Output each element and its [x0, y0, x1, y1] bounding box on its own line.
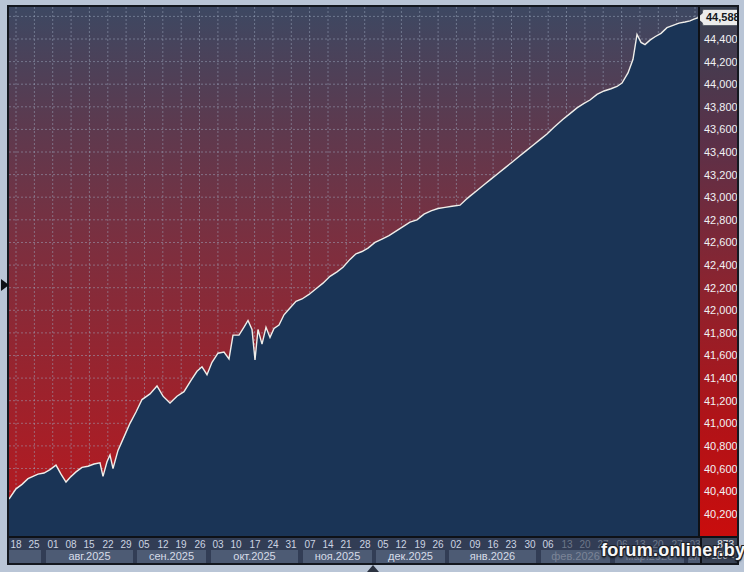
- price-axis-label: 40,8000: [704, 440, 737, 452]
- time-axis-tick-label: 10: [226, 539, 246, 550]
- price-axis[interactable]: 44,5887 44,400044,200044,000043,800043,6…: [700, 7, 737, 536]
- price-axis-label: 43,8000: [704, 101, 737, 113]
- time-axis-tick-label: 16: [483, 539, 503, 550]
- time-axis-tick-label: 30: [520, 539, 540, 550]
- time-axis-tick-label: 22: [98, 539, 118, 550]
- scroll-position-marker-icon: [367, 565, 379, 572]
- time-axis-tick-label: 31: [281, 539, 301, 550]
- price-axis-label: 40,6000: [704, 463, 737, 475]
- price-axis-label: 41,8000: [704, 327, 737, 339]
- terminal-screen: 44,5887 44,400044,200044,000043,800043,6…: [0, 0, 744, 572]
- time-axis-tick-label: 07: [300, 539, 320, 550]
- time-axis-tick-label: 28: [355, 539, 375, 550]
- time-axis-tick-label: 08: [61, 539, 81, 550]
- time-axis-tick-label: 17: [245, 539, 265, 550]
- price-axis-label: 42,8000: [704, 214, 737, 226]
- time-axis-tick-label: 26: [190, 539, 210, 550]
- price-axis-label: 42,0000: [704, 304, 737, 316]
- time-axis-tick-label: 21: [336, 539, 356, 550]
- month-band: сен.2025: [137, 550, 206, 563]
- current-price-tag: 44,5887: [702, 9, 737, 26]
- price-chart-plot[interactable]: [9, 7, 698, 536]
- month-band: фев.2026: [541, 550, 610, 563]
- time-axis-tick-label: 25: [24, 539, 44, 550]
- time-axis-tick-label: 09: [465, 539, 485, 550]
- time-axis-tick-label: 20: [575, 539, 595, 550]
- price-axis-label: 44,2000: [704, 56, 737, 68]
- time-axis-tick-label: 03: [208, 539, 228, 550]
- price-axis-label: 40,4000: [704, 485, 737, 497]
- price-axis-label: 41,4000: [704, 372, 737, 384]
- price-axis-label: 40,2000: [704, 508, 737, 520]
- time-axis-tick-label: 02: [446, 539, 466, 550]
- time-axis-tick-label: 12: [391, 539, 411, 550]
- price-axis-label: 41,0000: [704, 417, 737, 429]
- month-band: ноя.2025: [303, 550, 372, 563]
- time-axis-tick-label: 01: [43, 539, 63, 550]
- time-axis-tick-label: 05: [373, 539, 393, 550]
- time-axis-tick-label: 19: [410, 539, 430, 550]
- price-axis-label: 43,6000: [704, 123, 737, 135]
- month-band: янв.2026: [449, 550, 536, 563]
- price-axis-label: 42,4000: [704, 259, 737, 271]
- price-axis-label: 43,0000: [704, 191, 737, 203]
- time-axis-tick-label: 19: [171, 539, 191, 550]
- time-axis-dates: 1825010815222905121926031017243107142128…: [9, 538, 700, 550]
- price-axis-label: 41,6000: [704, 349, 737, 361]
- time-axis-tick-label: 29: [116, 539, 136, 550]
- left-edge-marker-icon: [1, 279, 9, 291]
- time-axis-tick-label: 05: [134, 539, 154, 550]
- time-axis-tick-label: 14: [318, 539, 338, 550]
- price-axis-label: 44,4000: [704, 33, 737, 45]
- time-axis-tick-label: 06: [538, 539, 558, 550]
- price-axis-label: 43,2000: [704, 169, 737, 181]
- time-axis-tick-label: 15: [79, 539, 99, 550]
- time-axis-tick-label: 26: [428, 539, 448, 550]
- price-axis-label: 44,0000: [704, 78, 737, 90]
- time-axis-tick-label: 13: [557, 539, 577, 550]
- time-axis-tick-label: 23: [501, 539, 521, 550]
- chart-window: 44,5887 44,400044,200044,000043,800043,6…: [7, 5, 739, 565]
- price-axis-label: 43,4000: [704, 146, 737, 158]
- month-band: авг.2025: [46, 550, 133, 563]
- price-axis-label: 42,2000: [704, 282, 737, 294]
- month-band: [9, 550, 41, 563]
- time-axis[interactable]: 1825010815222905121926031017243107142128…: [9, 538, 700, 563]
- price-chart[interactable]: [9, 7, 698, 536]
- time-axis-months: авг.2025сен.2025окт.2025ноя.2025дек.2025…: [9, 550, 700, 563]
- watermark: forum.onliner.by: [601, 540, 744, 561]
- month-band: дек.2025: [376, 550, 445, 563]
- time-axis-tick-label: 24: [263, 539, 283, 550]
- price-axis-label: 42,6000: [704, 236, 737, 248]
- month-band: окт.2025: [211, 550, 298, 563]
- time-axis-tick-label: 12: [153, 539, 173, 550]
- price-axis-label: 41,2000: [704, 395, 737, 407]
